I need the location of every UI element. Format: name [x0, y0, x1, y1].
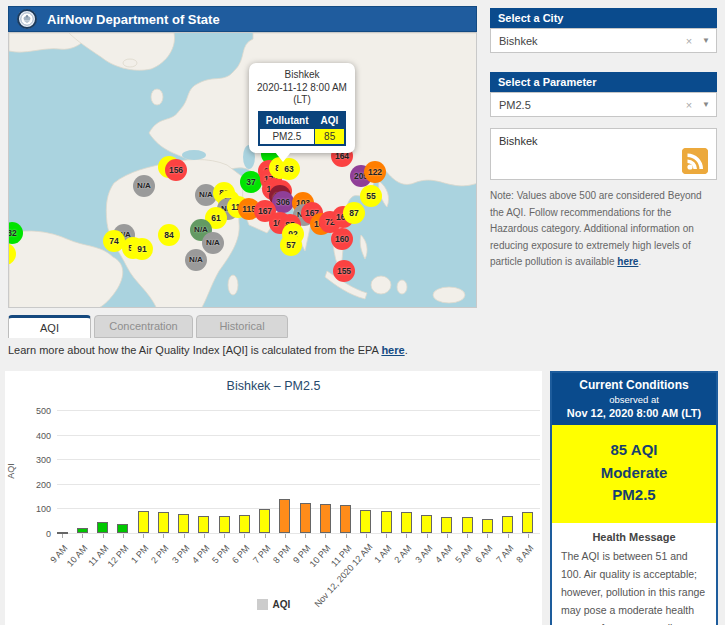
aqi-bar[interactable] [259, 509, 270, 533]
chart-gridline [57, 484, 540, 485]
rss-feed-box: Bishkek [490, 128, 717, 180]
chart-x-tick [427, 534, 428, 538]
aqi-bar[interactable] [522, 512, 533, 533]
chart-x-tick [467, 534, 468, 538]
learn-more-text: Learn more about how the Air Quality Ind… [8, 344, 408, 356]
aqi-bar[interactable] [340, 505, 351, 533]
cc-health-title: Health Message [561, 531, 707, 543]
aqi-bar[interactable] [219, 516, 230, 533]
city-select[interactable]: Bishkek × ▼ [490, 28, 717, 53]
aqi-bar[interactable] [381, 511, 392, 533]
chart-x-tick [103, 534, 104, 538]
aqi-bar[interactable] [239, 515, 250, 533]
cc-aqi-block: 85 AQI Moderate PM2.5 [552, 425, 716, 523]
chart-x-tick [285, 534, 286, 538]
tab-concentration[interactable]: Concentration [94, 315, 193, 338]
chart-x-tick [224, 534, 225, 538]
learn-more-here-link[interactable]: here [381, 344, 404, 356]
chart-x-tick [406, 534, 407, 538]
map-marker[interactable]: 91 [131, 238, 153, 260]
popup-timezone: (LT) [254, 94, 350, 107]
chart-y-tick-label: 0 [17, 529, 51, 539]
aqi-bar[interactable] [482, 519, 493, 533]
cc-observed-label: observed at [554, 394, 714, 405]
chart-x-tick [265, 534, 266, 538]
map-marker[interactable]: 156 [165, 159, 187, 181]
current-conditions-panel: Current Conditions observed at Nov 12, 2… [550, 371, 718, 625]
parameter-select[interactable]: PM2.5 × ▼ [490, 92, 717, 117]
aqi-bar[interactable] [320, 504, 331, 533]
popup-aqi-value: 85 [315, 128, 346, 145]
chart-x-tick [62, 534, 63, 538]
note-here-link[interactable]: here [617, 256, 638, 267]
aqi-bar[interactable] [178, 514, 189, 533]
popup-pollutant-value: PM2.5 [259, 128, 315, 145]
tab-historical[interactable]: Historical [196, 315, 288, 338]
map-marker[interactable]: N/A [133, 175, 155, 197]
parameter-dropdown-caret-icon[interactable]: ▼ [702, 100, 710, 109]
rss-city-label: Bishkek [499, 135, 538, 147]
chart-x-tick [204, 534, 205, 538]
map-marker[interactable]: 84 [158, 224, 180, 246]
map-marker[interactable]: 155 [333, 260, 355, 282]
aqi-bar[interactable] [138, 511, 149, 533]
tab-aqi[interactable]: AQI [8, 315, 91, 338]
cc-observed-time: Nov 12, 2020 8:00 AM (LT) [554, 407, 714, 419]
aqi-bar[interactable] [279, 499, 290, 533]
aqi-world-map[interactable]: 32156N/AN/A8955N/A1141156137941728663111… [8, 32, 477, 308]
chart-y-tick-label: 200 [17, 480, 51, 490]
aqi-bar[interactable] [421, 515, 432, 533]
chart-x-tick [346, 534, 347, 538]
page-title: AirNow Department of State [47, 12, 220, 27]
popup-col-pollutant: Pollutant [259, 112, 315, 129]
cc-title: Current Conditions [554, 378, 714, 392]
chart-x-tick [143, 534, 144, 538]
app-header: AirNow Department of State [8, 6, 477, 32]
map-marker[interactable]: 160 [331, 228, 353, 250]
chart-y-axis-label: AQI [6, 463, 16, 479]
chart-x-tick [82, 534, 83, 538]
chart-y-tick-label: 100 [17, 504, 51, 514]
current-conditions-header: Current Conditions observed at Nov 12, 2… [552, 373, 716, 425]
chart-x-tick [244, 534, 245, 538]
note-text: Note: Values above 500 are considered Be… [490, 190, 702, 267]
learn-more-body: Learn more about how the Air Quality Ind… [8, 344, 381, 356]
aqi-bar[interactable] [300, 503, 311, 533]
map-marker[interactable]: N/A [202, 232, 224, 254]
aqi-bar[interactable] [462, 517, 473, 533]
tab-bar: AQI Concentration Historical [8, 315, 288, 338]
rss-icon[interactable] [682, 148, 708, 174]
chart-x-tick [184, 534, 185, 538]
chart-x-tick [123, 534, 124, 538]
chart-x-tick [508, 534, 509, 538]
parameter-select-value: PM2.5 [499, 99, 686, 111]
chart-x-tick [305, 534, 306, 538]
aqi-bar[interactable] [158, 512, 169, 533]
chart-x-tick [447, 534, 448, 538]
map-marker[interactable]: 87 [343, 202, 365, 224]
cc-health-section: Health Message The AQI is between 51 and… [552, 523, 716, 625]
aqi-bar[interactable] [117, 524, 128, 533]
aqi-bar[interactable] [441, 517, 452, 533]
map-marker[interactable]: 55 [360, 185, 382, 207]
cc-pollutant: PM2.5 [556, 484, 712, 507]
map-marker[interactable]: 57 [280, 234, 302, 256]
city-dropdown-caret-icon[interactable]: ▼ [702, 36, 710, 45]
cc-aqi-value: 85 AQI [556, 439, 712, 462]
aqi-bar[interactable] [502, 516, 513, 533]
aqi-bar[interactable] [360, 510, 371, 533]
aqi-bar[interactable] [97, 522, 108, 533]
parameter-clear-icon[interactable]: × [686, 99, 692, 111]
aqi-bar[interactable] [77, 528, 88, 533]
aqi-bar[interactable] [401, 512, 412, 533]
popup-table: Pollutant AQI PM2.5 85 [258, 111, 347, 146]
aqi-bar[interactable] [198, 516, 209, 533]
map-marker[interactable]: N/A [185, 249, 207, 271]
chart-gridline [57, 435, 540, 436]
city-clear-icon[interactable]: × [686, 35, 692, 47]
basemap [9, 33, 477, 308]
chart-x-tick [366, 534, 367, 538]
map-marker[interactable]: 122 [364, 161, 386, 183]
chart-x-tick [386, 534, 387, 538]
city-select-value: Bishkek [499, 35, 686, 47]
